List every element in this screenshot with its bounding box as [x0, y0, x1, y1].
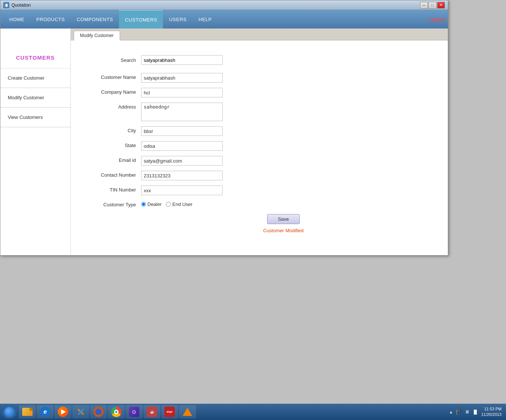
state-row: State [93, 141, 426, 151]
search-label: Search [93, 57, 141, 63]
tin-label: TIN Number [93, 186, 141, 193]
company-name-label: Company Name [93, 88, 141, 95]
menu-home[interactable]: HOME [3, 10, 30, 29]
dealer-radio[interactable] [141, 202, 146, 207]
tab-bar: Modify Customer [71, 29, 448, 40]
taskbar-files-icon[interactable] [19, 405, 36, 419]
start-button[interactable] [1, 405, 17, 419]
contact-input[interactable] [141, 171, 223, 180]
customer-type-label: Customer Type [93, 200, 141, 207]
menu-products[interactable]: PRODUCTS [30, 10, 71, 29]
customer-name-row: Customer Name [93, 73, 426, 83]
tin-input[interactable] [141, 186, 223, 195]
customer-type-group: Dealer End User [141, 200, 193, 207]
maximize-button[interactable]: □ [429, 2, 436, 9]
address-row: Address [93, 103, 426, 121]
taskbar-signal-icon: ▐▌ [472, 410, 478, 414]
sidebar-heading: CUSTOMERS [0, 51, 70, 68]
windows-logo-icon [4, 407, 14, 417]
customer-name-label: Customer Name [93, 73, 141, 80]
company-name-row: Company Name [93, 88, 426, 97]
contact-label: Contact Number [93, 171, 141, 178]
sidebar-divider-4 [0, 127, 70, 127]
state-input[interactable] [141, 141, 223, 151]
title-bar: 📋 Quotation ─ □ ✕ [0, 0, 448, 10]
end-user-label: End User [172, 201, 192, 207]
company-name-input[interactable] [141, 88, 223, 97]
customer-type-row: Customer Type Dealer End User [93, 200, 426, 207]
sidebar-item-modify-customer[interactable]: Modify Customer [0, 88, 70, 107]
close-button[interactable]: ✕ [437, 2, 445, 9]
taskbar: e ⊙ ☕ PDF ▲ 🏴 🖥 [0, 404, 506, 420]
taskbar-chrome-icon[interactable] [108, 405, 125, 419]
taskbar-time: 11:53 PM 11/20/2013 [481, 406, 502, 418]
menu-customers[interactable]: CUSTOMERS [119, 10, 163, 29]
sidebar-item-view-customers[interactable]: View Customers [0, 108, 70, 127]
content-area: CUSTOMERS Create Customer Modify Custome… [0, 29, 448, 255]
contact-row: Contact Number [93, 171, 426, 180]
window-icon: 📋 [3, 2, 9, 8]
search-input[interactable] [141, 55, 223, 65]
taskbar-pdf-icon[interactable]: PDF [161, 405, 178, 419]
search-row: Search [93, 55, 426, 65]
end-user-radio[interactable] [166, 202, 171, 207]
window-title: Quotation [11, 3, 420, 8]
end-user-option[interactable]: End User [166, 201, 192, 207]
taskbar-arrow-icon: ▲ [449, 410, 453, 414]
state-label: State [93, 141, 141, 148]
city-input[interactable] [141, 126, 223, 136]
taskbar-java-icon[interactable]: ☕ [143, 405, 160, 419]
dealer-option[interactable]: Dealer [141, 201, 162, 207]
taskbar-ie-icon[interactable]: e [37, 405, 54, 419]
sidebar: CUSTOMERS Create Customer Modify Custome… [0, 29, 71, 255]
menu-bar: HOME PRODUCTS COMPONENTS CUSTOMERS USERS… [0, 10, 448, 29]
menu-help[interactable]: HELP [193, 10, 218, 29]
customer-name-input[interactable] [141, 73, 223, 83]
taskbar-orbit-icon[interactable]: ⊙ [126, 405, 143, 419]
email-label: Email id [93, 156, 141, 163]
taskbar-tools-icon[interactable] [72, 405, 89, 419]
dealer-label: Dealer [147, 201, 162, 207]
taskbar-media-player-icon[interactable] [54, 405, 71, 419]
tab-modify-customer[interactable]: Modify Customer [74, 31, 120, 40]
menu-users[interactable]: USERS [163, 10, 192, 29]
clock-date: 11/20/2013 [481, 412, 502, 417]
save-button[interactable]: Save [267, 214, 300, 224]
address-label: Address [93, 103, 141, 110]
taskbar-right: ▲ 🏴 🖥 ▐▌ 11:53 PM 11/20/2013 [449, 406, 505, 418]
city-row: City [93, 126, 426, 136]
address-input[interactable] [141, 103, 223, 121]
email-input[interactable] [141, 156, 223, 166]
taskbar-flag-icon: 🏴 [456, 409, 462, 415]
window-controls: ─ □ ✕ [420, 2, 445, 9]
city-label: City [93, 126, 141, 133]
email-row: Email id [93, 156, 426, 166]
taskbar-network-icon: 🖥 [465, 409, 469, 414]
menu-components[interactable]: COMPONENTS [71, 10, 119, 29]
minimize-button[interactable]: ─ [420, 2, 428, 9]
success-message: Customer Modified [263, 228, 303, 233]
save-row: Save Customer Modified [141, 214, 426, 233]
main-panel: Modify Customer Search Customer Name Com… [71, 29, 448, 255]
app-window: 📋 Quotation ─ □ ✕ HOME PRODUCTS COMPONEN… [0, 0, 448, 256]
tin-row: TIN Number [93, 186, 426, 195]
taskbar-firefox-icon[interactable] [90, 405, 107, 419]
logout-link[interactable]: Logout [429, 17, 445, 22]
sidebar-item-create-customer[interactable]: Create Customer [0, 69, 70, 88]
clock-time: 11:53 PM [481, 406, 502, 412]
taskbar-vlc-icon[interactable] [179, 405, 196, 419]
form-area: Search Customer Name Company Name Addres… [71, 40, 448, 255]
